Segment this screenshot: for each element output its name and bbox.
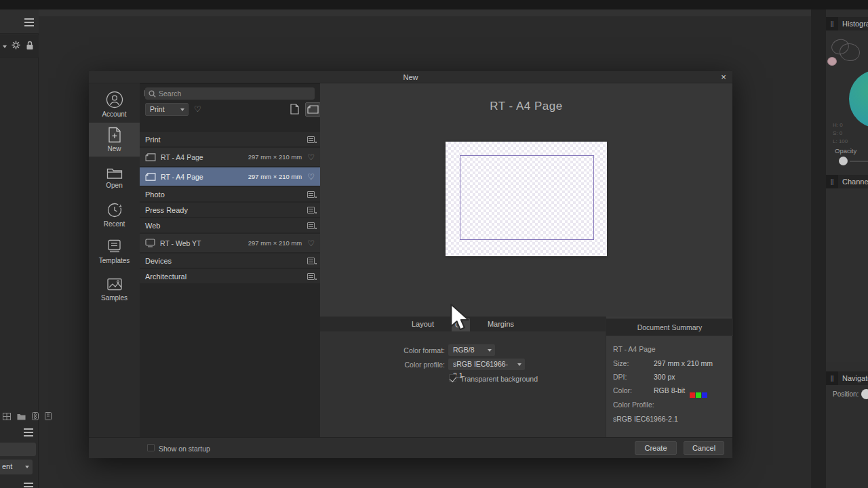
left-panel-header <box>0 9 39 34</box>
sidebar-item-open[interactable]: Open <box>89 161 140 195</box>
tab-margins[interactable]: Margins <box>488 320 514 328</box>
landscape-view-toggle[interactable] <box>305 102 321 117</box>
samples-image-icon <box>106 277 123 292</box>
new-file-icon <box>108 127 121 143</box>
left-edge-dropdown[interactable]: ent <box>0 460 33 474</box>
panel-grip-icon[interactable]: || <box>826 175 838 188</box>
position-knob[interactable] <box>861 389 868 399</box>
hamburger-icon-bottom[interactable] <box>24 483 33 484</box>
preset-row-selected[interactable]: RT - A4 Page 297 mm × 210 mm ♡ <box>140 167 320 186</box>
category-row-devices[interactable]: Devices <box>140 253 320 268</box>
landscape-view-icon <box>307 105 319 114</box>
grid-icon[interactable] <box>3 413 11 420</box>
size-value: 297 mm x 210 mm <box>654 359 713 367</box>
hamburger-icon[interactable] <box>24 18 34 20</box>
show-on-startup-label: Show on startup <box>159 445 210 453</box>
sidebar-item-label: Open <box>106 182 122 189</box>
sidebar-item-label: Recent <box>104 220 125 228</box>
histogram-panel-header[interactable]: || Histogram <box>826 17 868 30</box>
gear-icon[interactable] <box>12 41 20 49</box>
rgb-swatches <box>689 388 707 400</box>
document-preview <box>446 142 607 256</box>
portrait-view-icon[interactable] <box>290 104 299 115</box>
left-edge-field[interactable] <box>0 443 36 456</box>
green-swatch <box>696 392 701 398</box>
lock-icon[interactable] <box>26 41 34 50</box>
dialog-footer: Show on startup Create Cancel <box>89 437 732 458</box>
sidebar-item-recent[interactable]: Recent <box>89 198 140 232</box>
sidebar-item-label: Templates <box>99 257 130 264</box>
sidebar-item-label: New <box>107 145 121 152</box>
transparent-background-checkbox[interactable] <box>449 374 456 382</box>
category-menu-icon[interactable] <box>307 207 315 214</box>
tab-layout[interactable]: Layout <box>412 320 434 328</box>
category-menu-icon[interactable] <box>307 222 315 229</box>
sidebar-item-new[interactable]: New <box>89 123 140 157</box>
channels-panel-header[interactable]: || Channels <box>826 175 868 188</box>
cancel-button[interactable]: Cancel <box>684 441 724 455</box>
sidebar-item-account[interactable]: Account <box>89 87 140 121</box>
landscape-page-icon <box>145 173 156 181</box>
category-filter-value: Print <box>150 105 165 113</box>
preset-row[interactable]: RT - Web YT 297 mm × 210 mm ♡ <box>140 234 320 252</box>
dialog-title: New <box>89 71 732 83</box>
sidebar-item-label: Account <box>102 110 126 118</box>
color-format-select[interactable]: RGB/8 <box>448 344 495 356</box>
size-label: Size: <box>613 359 629 367</box>
sidebar-item-templates[interactable]: Templates <box>89 235 140 268</box>
dialog-sidebar: Account New Open Recent <box>89 83 140 437</box>
chevron-down-icon[interactable] <box>3 45 7 48</box>
search-input[interactable] <box>159 89 294 98</box>
left-tool-column: ent <box>0 9 39 488</box>
navigator-panel-header[interactable]: || Navigator <box>826 371 868 385</box>
opacity-slider-track[interactable] <box>850 161 868 162</box>
favorite-icon[interactable]: ♡ <box>307 153 315 161</box>
search-field[interactable] <box>145 87 315 100</box>
menu-band <box>39 9 811 16</box>
saturation-readout: S: 0 <box>833 129 842 138</box>
category-menu-icon[interactable] <box>307 258 315 264</box>
panel-title: Histogram <box>838 20 868 28</box>
document-summary-panel: Document Summary RT - A4 Page Size: 297 … <box>606 317 732 437</box>
preset-row[interactable]: RT - A4 Page 297 mm × 210 mm ♡ <box>140 148 320 166</box>
badge-icon-2[interactable] <box>45 412 52 420</box>
show-on-startup-checkbox[interactable] <box>147 444 155 451</box>
account-icon <box>106 91 123 108</box>
create-button[interactable]: Create <box>635 441 677 455</box>
summary-name: RT - A4 Page <box>613 345 656 353</box>
category-row-press-ready[interactable]: Press Ready <box>140 203 320 217</box>
folder-icon[interactable] <box>17 413 26 420</box>
color-format-label: Color format: <box>363 346 445 354</box>
category-menu-icon[interactable] <box>307 191 315 198</box>
dialog-titlebar[interactable]: New × <box>89 71 732 83</box>
category-filter-select[interactable]: Print <box>145 103 189 116</box>
panel-separator <box>811 9 826 488</box>
panel-grip-icon[interactable]: || <box>826 17 838 30</box>
hamburger-icon-lower[interactable] <box>24 428 33 430</box>
chevron-down-icon <box>488 349 492 352</box>
search-icon <box>149 90 156 98</box>
sidebar-item-label: Samples <box>101 294 127 302</box>
recent-clock-icon <box>106 202 123 218</box>
panel-grip-icon[interactable]: || <box>826 371 838 385</box>
red-swatch <box>690 392 695 398</box>
category-menu-icon[interactable] <box>307 273 315 280</box>
color-profile-label: Color profile: <box>363 361 445 369</box>
panel-title: Navigator <box>838 374 868 382</box>
close-icon[interactable]: × <box>718 71 729 83</box>
sidebar-item-samples[interactable]: Samples <box>89 272 140 306</box>
favorites-filter-icon[interactable]: ♡ <box>194 105 201 113</box>
badge-icon[interactable] <box>32 412 39 420</box>
category-row-architectural[interactable]: Architectural <box>140 269 320 283</box>
color-profile-select[interactable]: sRGB IEC61966-2.1 <box>448 359 525 370</box>
panel-title: Channels <box>838 178 868 186</box>
channels-panel-body <box>826 188 868 362</box>
favorite-icon[interactable]: ♡ <box>307 239 315 247</box>
opacity-slider-knob[interactable] <box>839 157 848 165</box>
favorite-icon[interactable]: ♡ <box>307 173 315 181</box>
category-menu-icon[interactable] <box>307 136 315 143</box>
category-row-print[interactable]: Print <box>140 132 320 146</box>
category-row-photo[interactable]: Photo <box>140 187 320 201</box>
chevron-down-icon <box>180 108 184 111</box>
category-row-web[interactable]: Web <box>140 218 320 232</box>
